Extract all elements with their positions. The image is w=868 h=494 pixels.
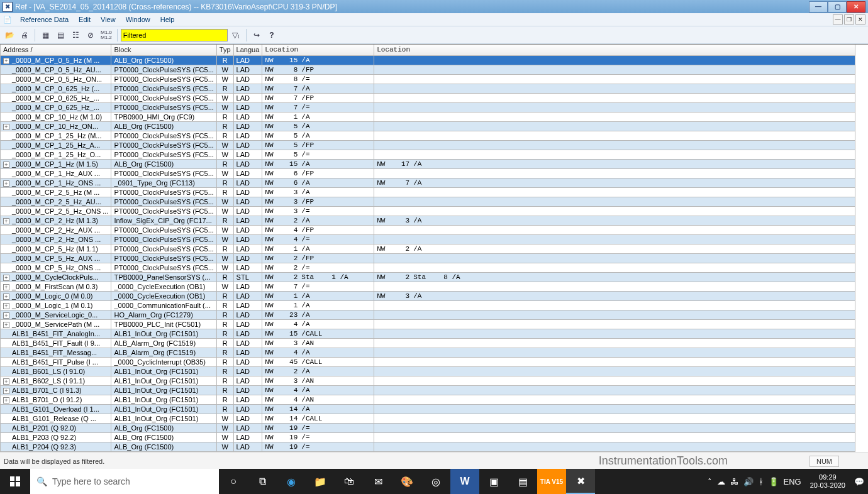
table-row[interactable]: +_0000_M_CP_1_25_Hz (M...PT0000_ClockPul… xyxy=(1,131,855,140)
expand-icon[interactable]: + xyxy=(3,303,9,309)
tray-language[interactable]: ENG xyxy=(784,477,801,486)
expand-icon[interactable]: + xyxy=(3,294,9,300)
table-row[interactable]: +ALB1_B451_FIT_Fault (I 9...ALB_Alarm_Or… xyxy=(1,338,855,348)
table-row[interactable]: +_0000_M_CP_2_Hz_AUX ...PT0000_ClockPuls… xyxy=(1,225,855,234)
table-row[interactable]: +_0000_M_CP_1_Hz_AUX ...PT0000_ClockPuls… xyxy=(1,168,855,178)
table-row[interactable]: +_0000_M_CP_0_5_Hz_AU...PT0000_ClockPuls… xyxy=(1,65,855,74)
start-button[interactable] xyxy=(0,469,30,494)
table-row[interactable]: +_0000_M_CP_2_Hz_ONS ...PT0000_ClockPuls… xyxy=(1,234,855,244)
table-row[interactable]: +ALB1_B701_O (I 91.2)ALB1_InOut_Org (FC1… xyxy=(1,395,855,404)
expand-icon[interactable]: + xyxy=(3,322,9,328)
ref-app-icon[interactable]: ✖ xyxy=(566,469,595,494)
mdi-restore[interactable]: ❐ xyxy=(844,14,854,25)
table-row[interactable]: +ALB1_P204 (Q 92.3)ALB_Org (FC1500)WLADN… xyxy=(1,442,855,451)
tray-chevron[interactable]: ˄ xyxy=(708,477,712,486)
mdi-close[interactable]: ✕ xyxy=(855,14,865,25)
expand-icon[interactable]: + xyxy=(3,312,9,319)
expand-icon[interactable]: + xyxy=(3,162,9,168)
menu-reference-data[interactable]: Reference Data xyxy=(15,14,74,25)
mail-icon[interactable]: ✉ xyxy=(364,469,392,494)
col-language[interactable]: Langua xyxy=(233,45,262,55)
store-icon[interactable]: 🛍 xyxy=(335,469,364,494)
simatic2-icon[interactable]: ▤ xyxy=(508,469,537,494)
table-row[interactable]: +_0000_M_CP_0_5_Hz_ON...PT0000_ClockPuls… xyxy=(1,74,855,84)
table-row[interactable]: +ALB1_P203 (Q 92.2)ALB_Org (FC1500)WLADN… xyxy=(1,432,855,442)
col-block[interactable]: Block xyxy=(111,45,216,55)
chrome-icon[interactable]: ◎ xyxy=(421,469,450,494)
table-row[interactable]: +ALB1_P201 (Q 92.0)ALB_Org (FC1500)WLADN… xyxy=(1,423,855,432)
table-row[interactable]: +_0000_M_CP_2_Hz (M 1.3)Inflow_SigEx_CIP… xyxy=(1,216,855,225)
table-row[interactable]: +ALB1_G101_Overload (I 1...ALB1_InOut_Or… xyxy=(1,404,855,414)
table-row[interactable]: +ALB1_B701_C (I 91.3)ALB1_InOut_Org (FC1… xyxy=(1,385,855,395)
tool-unused[interactable]: ⊘ xyxy=(84,28,97,42)
expand-icon[interactable]: + xyxy=(3,397,9,403)
simatic1-icon[interactable]: ▣ xyxy=(479,469,508,494)
taskview-icon[interactable]: ⧉ xyxy=(248,469,277,494)
tool-goto[interactable]: ↪ xyxy=(250,28,264,42)
expand-icon[interactable]: + xyxy=(3,218,9,224)
table-row[interactable]: +_0000_M_CycleClockPuls...TPB0000_PanelS… xyxy=(1,272,855,282)
table-row[interactable]: +_0000_M_CP_10_Hz (M 1.0)TPB0900_HMI_Org… xyxy=(1,112,855,121)
maximize-button[interactable]: ▢ xyxy=(828,1,847,13)
table-row[interactable]: +ALB1_B451_FIT_Messag...ALB_Alarm_Org (F… xyxy=(1,348,855,357)
table-row[interactable]: +_0000_M_CP_2_5_Hz_ONS ...PT0000_ClockPu… xyxy=(1,206,855,216)
table-row[interactable]: +_0000_M_CP_0_625_Hz_...PT0000_ClockPuls… xyxy=(1,102,855,112)
minimize-button[interactable]: — xyxy=(809,1,828,13)
menu-help[interactable]: Help xyxy=(155,14,180,25)
table-row[interactable]: +_0000_M_Logic_1 (M 0.1)_0000_Communicat… xyxy=(1,300,855,310)
taskbar-search[interactable]: 🔍 Type here to search xyxy=(30,469,219,494)
col-address[interactable]: Address / xyxy=(1,45,111,55)
tool-open[interactable]: 📂 xyxy=(3,28,16,42)
table-row[interactable]: +ALB1_B601_LS (I 91.0)ALB1_InOut_Org (FC… xyxy=(1,366,855,376)
tool-assignment[interactable]: ▤ xyxy=(53,28,67,42)
expand-icon[interactable]: + xyxy=(3,58,9,64)
close-button[interactable]: ✕ xyxy=(847,1,865,13)
tray-network[interactable]: 🖧 xyxy=(730,477,738,486)
tool-help[interactable]: ? xyxy=(265,28,279,42)
tool-print[interactable]: 🖨 xyxy=(18,28,31,42)
table-row[interactable]: +_0000_M_ServicePath (M ...TPB0000_PLC_I… xyxy=(1,319,855,329)
tia-portal-icon[interactable]: TIA V15 xyxy=(537,469,566,494)
col-type[interactable]: Typ xyxy=(216,45,233,55)
table-row[interactable]: +_0000_M_ServiceLogic_0...HO_Alarm_Org (… xyxy=(1,310,855,319)
table-row[interactable]: +_0000_M_Logic_0 (M 0.0)_0000_CycleExecu… xyxy=(1,291,855,300)
tray-notifications[interactable]: 💬 xyxy=(854,477,864,486)
table-row[interactable]: +_0000_M_CP_0_625_Hz_...PT0000_ClockPuls… xyxy=(1,93,855,102)
table-row[interactable]: +ALB1_B451_FIT_AnalogIn...ALB1_InOut_Org… xyxy=(1,329,855,338)
table-row[interactable]: +_0000_M_CP_5_Hz_AUX ...PT0000_ClockPuls… xyxy=(1,253,855,263)
expand-icon[interactable]: + xyxy=(3,124,9,130)
mdi-minimize[interactable]: — xyxy=(833,14,843,25)
col-location1[interactable]: Location xyxy=(262,45,374,55)
tray-bluetooth[interactable]: ᚼ xyxy=(759,477,764,486)
crossref-table-wrapper[interactable]: Address / Block Typ Langua Location Loca… xyxy=(0,44,868,453)
filter-apply-button[interactable]: ▽₍ xyxy=(229,28,243,42)
expand-icon[interactable]: + xyxy=(3,275,9,281)
table-row[interactable]: +_0000_M_CP_5_Hz (M 1.1)PT0000_ClockPuls… xyxy=(1,244,855,253)
tray-onedrive[interactable]: ☁ xyxy=(717,477,725,486)
table-row[interactable]: +ALB1_B602_LS (I 91.1)ALB1_InOut_Org (FC… xyxy=(1,376,855,385)
filter-input[interactable] xyxy=(121,29,228,41)
table-row[interactable]: +_0000_M_CP_1_25_Hz_O...PT0000_ClockPuls… xyxy=(1,150,855,159)
expand-icon[interactable]: + xyxy=(3,378,9,385)
tool-crossref[interactable]: ▦ xyxy=(38,28,52,42)
table-row[interactable]: +_0000_M_CP_2_5_Hz (M ...PT0000_ClockPul… xyxy=(1,187,855,197)
paint-icon[interactable]: 🎨 xyxy=(392,469,421,494)
table-row[interactable]: +_0000_M_FirstScan (M 0.3)_0000_CycleExe… xyxy=(1,282,855,291)
table-row[interactable]: +_0000_M_CP_0_625_Hz (...PT0000_ClockPul… xyxy=(1,84,855,93)
edge-icon[interactable]: ◉ xyxy=(277,469,306,494)
menu-edit[interactable]: Edit xyxy=(74,14,96,25)
cortana-icon[interactable]: ○ xyxy=(219,469,248,494)
table-row[interactable]: +_0000_M_CP_0_5_Hz (M ...ALB_Org (FC1500… xyxy=(1,55,855,65)
tray-battery[interactable]: 🔋 xyxy=(769,477,779,486)
table-row[interactable]: +_0000_M_CP_1_Hz (M 1.5)ALB_Org (FC1500)… xyxy=(1,159,855,168)
expand-icon[interactable]: + xyxy=(3,180,9,187)
expand-icon[interactable]: + xyxy=(3,284,9,290)
col-location2[interactable]: Location xyxy=(374,45,855,55)
menu-window[interactable]: Window xyxy=(121,14,155,25)
tool-programstruct[interactable]: ☷ xyxy=(69,28,82,42)
table-row[interactable]: +_0000_M_CP_10_Hz_ON...ALB_Org (FC1500)R… xyxy=(1,121,855,131)
menu-view[interactable]: View xyxy=(96,14,121,25)
table-row[interactable]: +_0000_M_CP_1_Hz_ONS ..._0901_Type_Org (… xyxy=(1,178,855,187)
tool-addresses[interactable]: M1.0M1.2 xyxy=(99,28,114,42)
table-row[interactable]: +_0000_M_CP_2_5_Hz_AU...PT0000_ClockPuls… xyxy=(1,197,855,206)
